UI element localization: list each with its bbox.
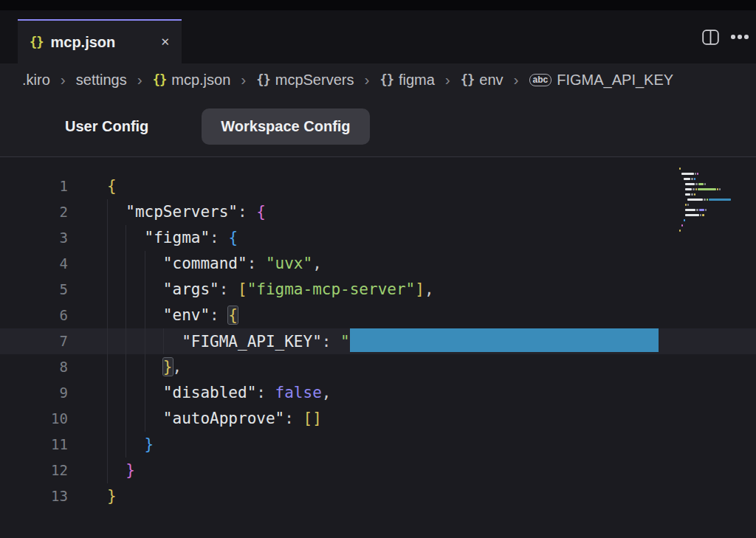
indent-guide bbox=[145, 380, 145, 406]
split-editor-icon[interactable] bbox=[702, 30, 719, 45]
minimap-line bbox=[679, 178, 750, 180]
code-line-9[interactable]: 9"disabled": false, bbox=[0, 380, 756, 406]
line-content: "mcpServers": { bbox=[107, 199, 266, 225]
breadcrumb-item-figma-api-key[interactable]: abcFIGMA_API_KEY bbox=[529, 72, 674, 89]
line-number[interactable]: 2 bbox=[0, 199, 68, 225]
tab-workspace-config[interactable]: Workspace Config bbox=[202, 108, 369, 145]
tab-user-config[interactable]: User Config bbox=[46, 108, 168, 145]
line-number[interactable]: 6 bbox=[0, 303, 68, 328]
minimap-line bbox=[679, 214, 750, 216]
indent-guide bbox=[126, 406, 126, 432]
code-line-3[interactable]: 3"figma": { bbox=[0, 225, 756, 251]
code-line-12[interactable]: 12} bbox=[0, 458, 756, 483]
breadcrumb-separator-icon: › bbox=[241, 71, 246, 89]
indent-guide bbox=[107, 458, 108, 483]
line-number[interactable]: 3 bbox=[0, 225, 68, 251]
line-content: "autoApprove": [] bbox=[107, 406, 322, 432]
code-token: "args" bbox=[163, 280, 219, 298]
code-token: : bbox=[210, 229, 228, 246]
code-token: : bbox=[210, 306, 228, 324]
code-token: : bbox=[256, 384, 275, 401]
line-content: } bbox=[107, 432, 154, 458]
code-line-2[interactable]: 2"mcpServers": { bbox=[0, 199, 756, 225]
indent-guide bbox=[145, 328, 145, 354]
code-token: : bbox=[238, 203, 256, 221]
line-content: } bbox=[107, 458, 135, 483]
line-content: "figma": { bbox=[107, 225, 238, 251]
breadcrumb-item-settings[interactable]: settings bbox=[76, 72, 127, 89]
code-token: , bbox=[425, 280, 434, 298]
minimap-line bbox=[679, 168, 750, 170]
code-token: { bbox=[256, 203, 266, 221]
breadcrumb-item-mcpservers[interactable]: {}mcpServers bbox=[256, 72, 354, 89]
line-number[interactable]: 7 bbox=[0, 328, 68, 354]
indent-guide bbox=[107, 432, 108, 458]
indent-guide bbox=[107, 328, 108, 354]
line-number[interactable]: 13 bbox=[0, 483, 68, 509]
indent-guide bbox=[107, 277, 108, 303]
code-token: : bbox=[322, 333, 340, 351]
minimap-line bbox=[679, 173, 750, 175]
indent-guide bbox=[126, 354, 126, 380]
code-editor[interactable]: 1{2"mcpServers": {3"figma": {4"command":… bbox=[0, 157, 756, 538]
code-line-8[interactable]: 8}, bbox=[0, 354, 756, 380]
breadcrumb-separator-icon: › bbox=[445, 71, 450, 89]
line-number[interactable]: 4 bbox=[0, 251, 68, 277]
indent-guide bbox=[145, 354, 145, 380]
line-number[interactable]: 11 bbox=[0, 432, 68, 458]
line-content: "FIGMA_API_KEY": " bbox=[107, 328, 659, 354]
indent-guide bbox=[107, 406, 108, 432]
code-line-6[interactable]: 6"env": { bbox=[0, 303, 756, 328]
tab-mcp-json[interactable]: {} mcp.json ✕ bbox=[18, 19, 182, 63]
indent-guide bbox=[107, 354, 108, 380]
breadcrumb-item-figma[interactable]: {}figma bbox=[379, 72, 434, 89]
line-number[interactable]: 1 bbox=[0, 173, 68, 199]
line-content: }, bbox=[107, 354, 182, 380]
code-line-7[interactable]: 7"FIGMA_API_KEY": " bbox=[0, 328, 756, 354]
breadcrumb-label: settings bbox=[76, 72, 127, 89]
code-line-5[interactable]: 5"args": ["figma-mcp-server"], bbox=[0, 277, 756, 303]
code-token: " bbox=[340, 333, 350, 351]
code-line-1[interactable]: 1{ bbox=[0, 173, 756, 199]
code-line-11[interactable]: 11} bbox=[0, 432, 756, 458]
minimap-line bbox=[679, 224, 750, 227]
indent-guide bbox=[107, 225, 108, 251]
line-number[interactable]: 10 bbox=[0, 406, 68, 432]
code-token: [ bbox=[238, 280, 247, 298]
indent-guide bbox=[163, 328, 164, 354]
line-number[interactable]: 8 bbox=[0, 354, 68, 380]
line-number[interactable]: 9 bbox=[0, 380, 68, 406]
breadcrumb-item--kiro[interactable]: .kiro bbox=[22, 72, 50, 89]
line-content: "disabled": false, bbox=[107, 380, 331, 406]
code-line-13[interactable]: 13} bbox=[0, 483, 756, 509]
more-actions-icon[interactable] bbox=[731, 35, 753, 39]
breadcrumb-label: mcp.json bbox=[171, 72, 230, 89]
close-tab-icon[interactable]: ✕ bbox=[160, 35, 170, 49]
code-token: false bbox=[275, 384, 322, 401]
code-token: { bbox=[107, 177, 117, 195]
minimap[interactable] bbox=[679, 168, 750, 235]
code-line-4[interactable]: 4"command": "uvx", bbox=[0, 251, 756, 277]
code-token: , bbox=[173, 358, 182, 376]
line-content: "command": "uvx", bbox=[107, 251, 322, 277]
tab-title: mcp.json bbox=[50, 34, 115, 51]
indent-guide bbox=[126, 380, 126, 406]
breadcrumb-separator-icon: › bbox=[137, 71, 142, 89]
code-token: { bbox=[228, 229, 238, 246]
code-line-10[interactable]: 10"autoApprove": [] bbox=[0, 406, 756, 432]
line-number[interactable]: 5 bbox=[0, 277, 68, 303]
minimap-line bbox=[679, 199, 750, 201]
breadcrumb-item-mcp-json[interactable]: {}mcp.json bbox=[153, 72, 231, 89]
minimap-line bbox=[679, 219, 750, 221]
line-number[interactable]: 12 bbox=[0, 458, 68, 483]
code-token: "autoApprove" bbox=[163, 410, 284, 427]
indent-guide bbox=[126, 225, 126, 251]
object-symbol-icon: {} bbox=[256, 72, 269, 87]
line-content: { bbox=[107, 173, 117, 199]
object-symbol-icon: {} bbox=[461, 72, 474, 87]
object-symbol-icon: {} bbox=[153, 72, 166, 87]
editor-window: {} mcp.json ✕ .kiro›settings›{}mcp.json›… bbox=[0, 0, 756, 538]
indent-guide bbox=[126, 432, 126, 458]
breadcrumb-item-env[interactable]: {}env bbox=[461, 72, 504, 89]
code-token: "FIGMA_API_KEY" bbox=[182, 333, 322, 351]
